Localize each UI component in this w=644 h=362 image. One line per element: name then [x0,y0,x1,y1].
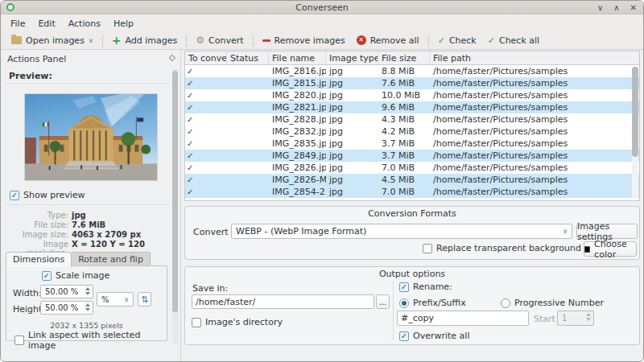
width-spinner[interactable]: 50.00 % [40,285,93,298]
table-scrollbar[interactable] [632,66,638,199]
checkbox-icon[interactable] [14,335,24,345]
minus-icon [262,39,270,42]
toolbar-separator [253,35,254,47]
cell-image-type: jpg [326,101,378,113]
radio-icon[interactable] [399,298,409,308]
save-in-label: Save in: [192,283,228,294]
convert-label: Convert [208,35,244,46]
cell-file-name: IMG_2815.jpg [269,77,326,89]
row-check-icon[interactable]: ✓ [185,89,227,101]
col-file-name[interactable]: File name [269,51,326,64]
table-row[interactable]: ✓IMG_2826-M...jpg4.5 MiB/home/faster/Pic… [185,174,639,186]
row-check-icon[interactable]: ✓ [185,77,227,89]
images-directory-checkbox[interactable]: Image's directory [192,317,283,327]
scale-image-checkbox[interactable]: Scale image [42,270,109,281]
cell-file-size: 4.3 MiB [378,113,430,125]
progressive-number-radio[interactable]: Progressive Number [501,298,604,308]
table-row[interactable]: ✓IMG_2849.jpgjpg3.7 MiB/home/faster/Pict… [185,150,639,162]
col-status[interactable]: Status [227,51,269,64]
row-check-icon[interactable]: ✓ [185,150,227,162]
check-button[interactable]: ✓ Check [432,34,482,47]
col-image-type[interactable]: Image type [326,51,378,64]
rename-checkbox[interactable]: Rename: [399,282,452,292]
menu-file[interactable]: File [4,17,31,31]
checkbox-icon[interactable] [399,282,409,292]
table-row[interactable]: ✓IMG_2832.jpgjpg4.2 MiB/home/faster/Pict… [185,125,639,138]
panel-scrollbar[interactable] [172,69,178,343]
spinner-arrows-icon[interactable] [85,303,90,311]
format-combobox[interactable]: WEBP - (WebP Image Format) ∨ [231,224,572,239]
row-check-icon[interactable]: ✓ [185,186,227,198]
table-row[interactable]: ✓IMG_2854-2.j...jpg7.0 MiB/home/faster/P… [185,186,639,198]
checkbox-icon[interactable] [42,271,52,281]
table-row[interactable]: ✓IMG_2835.jpgjpg3.7 MiB/home/faster/Pict… [185,138,639,150]
rename-pattern-input[interactable] [397,311,529,326]
show-preview-checkbox[interactable]: Show preview [10,190,85,200]
table-row[interactable]: ✓IMG_2826.jpgjpg7.0 MiB/home/faster/Pict… [185,162,639,174]
row-check-icon[interactable]: ✓ [185,138,227,150]
spinner-arrows-icon[interactable] [85,287,90,295]
remove-all-button[interactable]: ✕ Remove all [351,34,425,47]
col-to-convert[interactable]: To convert [185,51,227,64]
close-button[interactable]: ✕ [630,1,637,14]
prefix-suffix-radio[interactable]: Prefix/Suffix [399,298,466,308]
cell-status [227,77,269,89]
height-spinner[interactable]: 50.00 % [40,301,93,315]
col-file-size[interactable]: File size [378,51,430,64]
cell-file-path: /home/faster/Pictures/samples [430,186,639,198]
cell-status [227,150,269,162]
titlebar[interactable]: Converseen ∨ ∧ ✕ [1,1,643,14]
radio-icon[interactable] [501,298,510,308]
scale-image-label: Scale image [56,270,109,281]
table-row[interactable]: ✓IMG_2821.jpgjpg9.6 MiB/home/faster/Pict… [185,101,639,113]
menubar: File Edit Actions Help [1,15,643,31]
cell-file-name: IMG_2828.jpg [269,113,326,125]
float-panel-icon[interactable] [169,55,175,61]
link-aspect-checkbox[interactable]: Link aspect with selected image [14,330,167,351]
remove-all-icon: ✕ [357,35,366,45]
info-value: 7.6 MiB [72,220,105,229]
images-settings-button[interactable]: Images settings [576,224,638,239]
swap-dimensions-button[interactable]: ⇅ [138,292,151,306]
overwrite-all-checkbox[interactable]: Overwrite all [399,331,469,341]
check-all-button[interactable]: ✓ Check all [482,34,545,47]
table-scrollbar-thumb[interactable] [632,67,638,157]
panel-scrollbar-thumb[interactable] [172,71,178,312]
remove-images-button[interactable]: Remove images [257,34,351,47]
menu-actions[interactable]: Actions [62,17,107,31]
checkbox-icon[interactable] [192,318,201,327]
menu-help[interactable]: Help [107,17,140,31]
row-check-icon[interactable]: ✓ [185,65,227,77]
table-row[interactable]: ✓IMG_2816.jpgjpg8.8 MiB/home/faster/Pict… [185,65,639,77]
convert-button[interactable]: ⚙ Convert [190,34,249,47]
row-check-icon[interactable]: ✓ [185,113,227,125]
menu-edit[interactable]: Edit [31,17,61,31]
table-row[interactable]: ✓IMG_2820.jpgjpg10.0 MiB/home/faster/Pic… [185,89,639,101]
checkbox-icon[interactable] [423,244,432,253]
checkbox-icon[interactable] [399,331,409,341]
choose-color-button[interactable]: Choose color [584,241,637,257]
checkbox-icon[interactable] [10,191,19,200]
tab-dimensions[interactable]: Dimensions [6,252,72,267]
start-with-spinner[interactable]: 1 [557,311,594,326]
row-check-icon[interactable]: ✓ [185,125,227,138]
add-images-button[interactable]: + Add images [106,34,184,47]
minimize-button[interactable]: ∨ [597,1,603,14]
replace-background-checkbox[interactable]: Replace transparent background [423,243,581,253]
row-check-icon[interactable]: ✓ [185,101,227,113]
cell-file-path: /home/faster/Pictures/samples [430,162,639,174]
browse-button[interactable]: ... [376,294,390,309]
open-images-button[interactable]: Open images ∨ [6,34,99,47]
row-check-icon[interactable]: ✓ [185,174,227,186]
maximize-button[interactable]: ∧ [613,1,619,14]
row-check-icon[interactable]: ✓ [185,162,227,174]
chevron-down-icon[interactable]: ∨ [89,37,93,44]
unit-combobox[interactable]: % ∨ [97,292,134,306]
divider [393,281,394,339]
save-in-input[interactable] [192,294,374,309]
table-row[interactable]: ✓IMG_2815.jpgjpg7.6 MiB/home/faster/Pict… [185,77,639,89]
cell-status [227,174,269,186]
cell-image-type: jpg [326,150,378,162]
col-file-path[interactable]: File path [430,51,639,64]
table-row[interactable]: ✓IMG_2828.jpgjpg4.3 MiB/home/faster/Pict… [185,113,639,125]
